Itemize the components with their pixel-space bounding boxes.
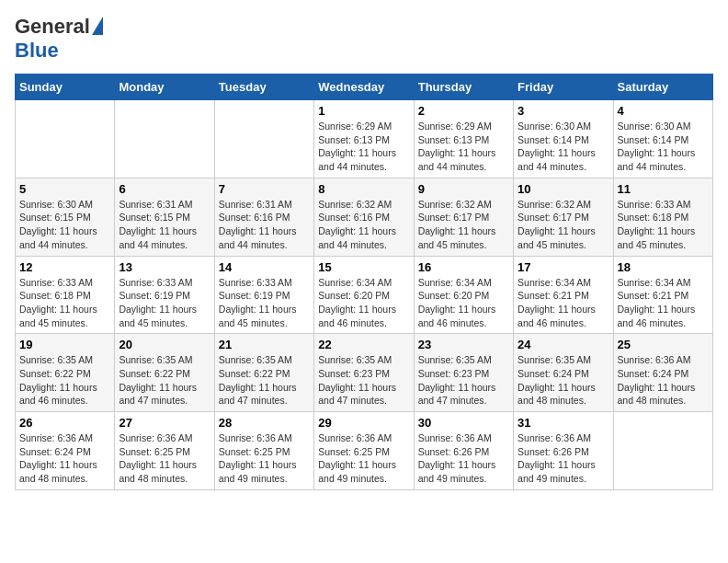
week-row-3: 12Sunrise: 6:33 AMSunset: 6:18 PMDayligh… bbox=[16, 256, 713, 334]
day-info: Sunrise: 6:36 AMSunset: 6:24 PMDaylight:… bbox=[618, 353, 709, 408]
day-number: 29 bbox=[318, 416, 409, 430]
day-info: Sunrise: 6:35 AMSunset: 6:23 PMDaylight:… bbox=[318, 353, 409, 408]
day-number: 22 bbox=[318, 338, 409, 351]
day-info: Sunrise: 6:36 AMSunset: 6:26 PMDaylight:… bbox=[418, 431, 509, 486]
day-number: 8 bbox=[318, 182, 409, 196]
day-number: 24 bbox=[518, 338, 609, 351]
day-info: Sunrise: 6:35 AMSunset: 6:22 PMDaylight:… bbox=[119, 353, 210, 408]
calendar-cell-week2-day1: 6Sunrise: 6:31 AMSunset: 6:15 PMDaylight… bbox=[115, 178, 214, 256]
calendar-cell-week1-day4: 2Sunrise: 6:29 AMSunset: 6:13 PMDaylight… bbox=[414, 100, 513, 178]
week-row-2: 5Sunrise: 6:30 AMSunset: 6:15 PMDaylight… bbox=[16, 178, 713, 256]
day-number: 5 bbox=[19, 182, 110, 196]
day-number: 19 bbox=[19, 338, 110, 351]
day-info: Sunrise: 6:35 AMSunset: 6:22 PMDaylight:… bbox=[219, 353, 310, 408]
logo-general-text: General bbox=[15, 15, 90, 39]
day-info: Sunrise: 6:34 AMSunset: 6:20 PMDaylight:… bbox=[418, 276, 509, 330]
calendar-cell-week1-day6: 4Sunrise: 6:30 AMSunset: 6:14 PMDaylight… bbox=[613, 100, 712, 178]
day-number: 4 bbox=[618, 104, 709, 118]
week-row-5: 26Sunrise: 6:36 AMSunset: 6:24 PMDayligh… bbox=[16, 412, 713, 490]
day-number: 28 bbox=[219, 416, 310, 430]
calendar-cell-week4-day3: 22Sunrise: 6:35 AMSunset: 6:23 PMDayligh… bbox=[314, 334, 414, 412]
weekday-header-thursday: Thursday bbox=[414, 75, 513, 100]
day-number: 14 bbox=[219, 260, 310, 274]
day-info: Sunrise: 6:30 AMSunset: 6:14 PMDaylight:… bbox=[518, 120, 609, 174]
day-number: 23 bbox=[418, 338, 509, 351]
day-info: Sunrise: 6:31 AMSunset: 6:16 PMDaylight:… bbox=[219, 198, 310, 252]
day-number: 9 bbox=[418, 182, 509, 196]
day-number: 11 bbox=[618, 182, 709, 196]
day-info: Sunrise: 6:36 AMSunset: 6:24 PMDaylight:… bbox=[19, 431, 110, 486]
day-info: Sunrise: 6:35 AMSunset: 6:24 PMDaylight:… bbox=[518, 353, 609, 408]
day-number: 20 bbox=[119, 338, 210, 351]
calendar-cell-week2-day5: 10Sunrise: 6:32 AMSunset: 6:17 PMDayligh… bbox=[514, 178, 613, 256]
calendar-cell-week4-day1: 20Sunrise: 6:35 AMSunset: 6:22 PMDayligh… bbox=[115, 334, 214, 412]
calendar-cell-week5-day1: 27Sunrise: 6:36 AMSunset: 6:25 PMDayligh… bbox=[115, 412, 214, 490]
calendar-cell-week1-day3: 1Sunrise: 6:29 AMSunset: 6:13 PMDaylight… bbox=[314, 100, 414, 178]
calendar-cell-week3-day2: 14Sunrise: 6:33 AMSunset: 6:19 PMDayligh… bbox=[214, 256, 313, 334]
calendar-cell-week3-day3: 15Sunrise: 6:34 AMSunset: 6:20 PMDayligh… bbox=[314, 256, 414, 334]
day-info: Sunrise: 6:34 AMSunset: 6:21 PMDaylight:… bbox=[518, 276, 609, 330]
day-info: Sunrise: 6:35 AMSunset: 6:22 PMDaylight:… bbox=[19, 353, 110, 408]
calendar-cell-week4-day4: 23Sunrise: 6:35 AMSunset: 6:23 PMDayligh… bbox=[414, 334, 513, 412]
day-info: Sunrise: 6:33 AMSunset: 6:18 PMDaylight:… bbox=[19, 276, 110, 330]
logo: General Blue bbox=[15, 15, 103, 63]
day-info: Sunrise: 6:30 AMSunset: 6:14 PMDaylight:… bbox=[618, 120, 709, 174]
day-info: Sunrise: 6:36 AMSunset: 6:25 PMDaylight:… bbox=[318, 431, 409, 486]
day-number: 31 bbox=[518, 416, 609, 430]
day-info: Sunrise: 6:35 AMSunset: 6:23 PMDaylight:… bbox=[418, 353, 509, 408]
calendar-cell-week2-day0: 5Sunrise: 6:30 AMSunset: 6:15 PMDaylight… bbox=[16, 178, 115, 256]
day-number: 10 bbox=[518, 182, 609, 196]
calendar-cell-week1-day5: 3Sunrise: 6:30 AMSunset: 6:14 PMDaylight… bbox=[514, 100, 613, 178]
logo-blue-text: Blue bbox=[15, 39, 59, 63]
day-info: Sunrise: 6:29 AMSunset: 6:13 PMDaylight:… bbox=[418, 120, 509, 174]
weekday-header-row: SundayMondayTuesdayWednesdayThursdayFrid… bbox=[16, 75, 713, 100]
calendar-table: SundayMondayTuesdayWednesdayThursdayFrid… bbox=[15, 74, 713, 490]
day-info: Sunrise: 6:33 AMSunset: 6:19 PMDaylight:… bbox=[119, 276, 210, 330]
calendar-cell-week4-day0: 19Sunrise: 6:35 AMSunset: 6:22 PMDayligh… bbox=[16, 334, 115, 412]
day-number: 21 bbox=[219, 338, 310, 351]
day-info: Sunrise: 6:31 AMSunset: 6:15 PMDaylight:… bbox=[119, 198, 210, 252]
calendar-cell-week4-day5: 24Sunrise: 6:35 AMSunset: 6:24 PMDayligh… bbox=[514, 334, 613, 412]
weekday-header-sunday: Sunday bbox=[16, 75, 115, 100]
calendar-cell-week5-day6 bbox=[613, 412, 712, 490]
day-number: 13 bbox=[119, 260, 210, 274]
calendar-cell-week2-day2: 7Sunrise: 6:31 AMSunset: 6:16 PMDaylight… bbox=[214, 178, 313, 256]
day-info: Sunrise: 6:36 AMSunset: 6:26 PMDaylight:… bbox=[518, 431, 609, 486]
day-number: 17 bbox=[518, 260, 609, 274]
day-number: 1 bbox=[318, 104, 409, 118]
day-number: 12 bbox=[19, 260, 110, 274]
day-number: 7 bbox=[219, 182, 310, 196]
day-info: Sunrise: 6:30 AMSunset: 6:15 PMDaylight:… bbox=[19, 198, 110, 252]
day-info: Sunrise: 6:34 AMSunset: 6:21 PMDaylight:… bbox=[618, 276, 709, 330]
weekday-header-friday: Friday bbox=[514, 75, 613, 100]
calendar-cell-week1-day2 bbox=[214, 100, 313, 178]
day-info: Sunrise: 6:36 AMSunset: 6:25 PMDaylight:… bbox=[219, 431, 310, 486]
day-number: 27 bbox=[119, 416, 210, 430]
day-number: 15 bbox=[318, 260, 409, 274]
day-info: Sunrise: 6:34 AMSunset: 6:20 PMDaylight:… bbox=[318, 276, 409, 330]
weekday-header-tuesday: Tuesday bbox=[214, 75, 313, 100]
calendar-cell-week5-day3: 29Sunrise: 6:36 AMSunset: 6:25 PMDayligh… bbox=[314, 412, 414, 490]
day-number: 18 bbox=[618, 260, 709, 274]
day-number: 30 bbox=[418, 416, 509, 430]
weekday-header-wednesday: Wednesday bbox=[314, 75, 414, 100]
calendar-cell-week3-day6: 18Sunrise: 6:34 AMSunset: 6:21 PMDayligh… bbox=[613, 256, 712, 334]
day-number: 26 bbox=[19, 416, 110, 430]
day-info: Sunrise: 6:32 AMSunset: 6:17 PMDaylight:… bbox=[518, 198, 609, 252]
day-number: 25 bbox=[618, 338, 709, 351]
calendar-cell-week5-day5: 31Sunrise: 6:36 AMSunset: 6:26 PMDayligh… bbox=[514, 412, 613, 490]
logo-triangle-icon bbox=[92, 17, 103, 35]
calendar-cell-week4-day2: 21Sunrise: 6:35 AMSunset: 6:22 PMDayligh… bbox=[214, 334, 313, 412]
calendar-cell-week2-day4: 9Sunrise: 6:32 AMSunset: 6:17 PMDaylight… bbox=[414, 178, 513, 256]
weekday-header-monday: Monday bbox=[115, 75, 214, 100]
calendar-cell-week2-day6: 11Sunrise: 6:33 AMSunset: 6:18 PMDayligh… bbox=[613, 178, 712, 256]
day-info: Sunrise: 6:32 AMSunset: 6:17 PMDaylight:… bbox=[418, 198, 509, 252]
calendar-cell-week5-day0: 26Sunrise: 6:36 AMSunset: 6:24 PMDayligh… bbox=[16, 412, 115, 490]
calendar-cell-week2-day3: 8Sunrise: 6:32 AMSunset: 6:16 PMDaylight… bbox=[314, 178, 414, 256]
calendar-cell-week3-day4: 16Sunrise: 6:34 AMSunset: 6:20 PMDayligh… bbox=[414, 256, 513, 334]
week-row-4: 19Sunrise: 6:35 AMSunset: 6:22 PMDayligh… bbox=[16, 334, 713, 412]
day-number: 3 bbox=[518, 104, 609, 118]
day-info: Sunrise: 6:32 AMSunset: 6:16 PMDaylight:… bbox=[318, 198, 409, 252]
calendar-cell-week5-day4: 30Sunrise: 6:36 AMSunset: 6:26 PMDayligh… bbox=[414, 412, 513, 490]
week-row-1: 1Sunrise: 6:29 AMSunset: 6:13 PMDaylight… bbox=[16, 100, 713, 178]
